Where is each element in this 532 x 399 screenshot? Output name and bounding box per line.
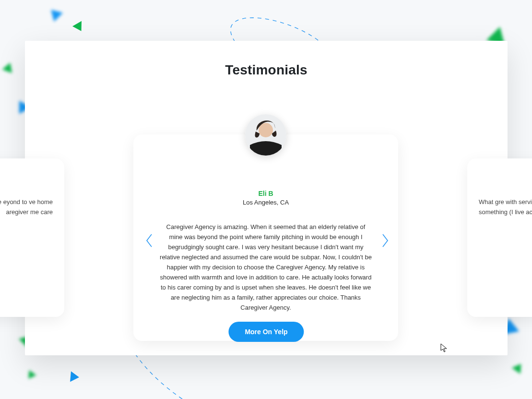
chevron-left-icon: [145, 233, 154, 248]
testimonials-panel: Testimonials em. We ptionist g. The eyon…: [25, 41, 508, 355]
testimonial-body-partial: What gre with servi they offe select som…: [479, 197, 532, 218]
triangle-icon: [512, 361, 525, 374]
testimonial-card-active: Eli B Los Angeles, CA Caregiver Agency i…: [133, 134, 398, 341]
more-on-yelp-button[interactable]: More On Yelp: [228, 322, 304, 342]
triangle-icon: [25, 368, 36, 379]
triangle-icon: [2, 61, 15, 73]
carousel-next-button[interactable]: [380, 233, 390, 248]
triangle-icon: [47, 5, 63, 22]
reviewer-location: Los Angeles, CA: [133, 199, 398, 206]
chevron-right-icon: [380, 233, 390, 248]
testimonial-card-prev[interactable]: em. We ptionist g. The eyond to ve home …: [0, 158, 64, 317]
avatar: [245, 114, 286, 156]
reviewer-name: Eli B: [133, 190, 398, 197]
carousel-prev-button[interactable]: [145, 233, 154, 248]
page-root: Testimonials em. We ptionist g. The eyon…: [0, 0, 532, 399]
testimonial-body-partial: em. We ptionist g. The eyond to ve home …: [0, 197, 53, 218]
triangle-icon: [70, 371, 80, 382]
testimonial-card-next[interactable]: What gre with servi they offe select som…: [467, 158, 532, 317]
section-title: Testimonials: [25, 62, 508, 78]
cursor-icon: [440, 343, 448, 353]
triangle-icon: [72, 21, 86, 34]
testimonial-body: Caregiver Agency is amazing. When it see…: [159, 222, 372, 313]
testimonial-carousel: em. We ptionist g. The eyond to ve home …: [25, 125, 508, 331]
